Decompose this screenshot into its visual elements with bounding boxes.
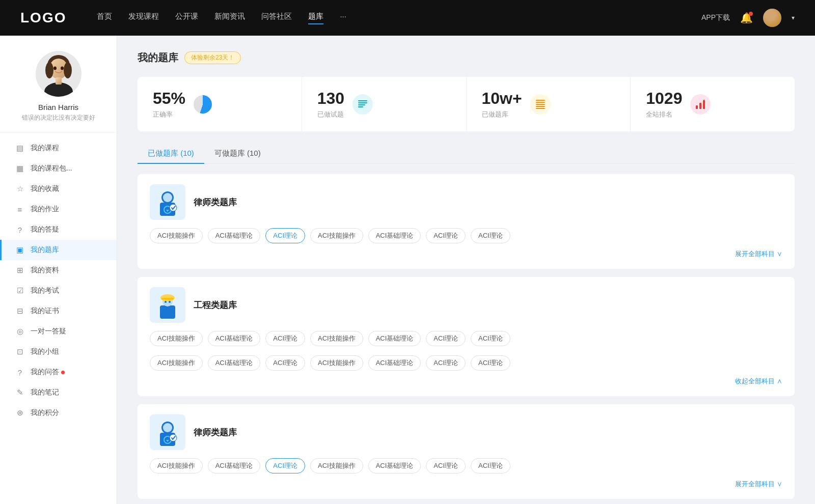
svg-rect-12 bbox=[358, 106, 363, 107]
qbank-cards-container: 律师类题库ACI技能操作ACI基础理论ACI理论ACI技能操作ACI基础理论AC… bbox=[138, 174, 795, 499]
tab-1[interactable]: 可做题库 (10) bbox=[204, 144, 271, 163]
tag-0-1[interactable]: ACI基础理论 bbox=[208, 228, 261, 243]
profile-avatar bbox=[36, 51, 82, 97]
sidebar-item-label-2: 我的收藏 bbox=[31, 184, 59, 193]
tag-0-4[interactable]: ACI基础理论 bbox=[368, 228, 421, 243]
svg-point-37 bbox=[170, 434, 177, 441]
sidebar-item-2[interactable]: ☆我的收藏 bbox=[0, 179, 117, 199]
sidebar-item-label-0: 我的课程 bbox=[31, 144, 59, 153]
trial-badge: 体验剩余23天！ bbox=[184, 51, 241, 64]
nav-link-题库[interactable]: 题库 bbox=[308, 12, 323, 24]
stats-row: 55% 正确率 130 已做试题 10w+ 已做题库 bbox=[138, 77, 795, 131]
tag-0-3[interactable]: ACI技能操作 bbox=[310, 228, 363, 243]
tag-2-0[interactable]: ACI技能操作 bbox=[150, 458, 203, 473]
tag-1-1-1[interactable]: ACI基础理论 bbox=[208, 355, 261, 371]
tag-2-6[interactable]: ACI理论 bbox=[471, 458, 510, 473]
qbank-icon-1 bbox=[150, 287, 185, 323]
nav-link-新闻资讯[interactable]: 新闻资讯 bbox=[214, 12, 245, 24]
tag-1-0-2[interactable]: ACI理论 bbox=[265, 331, 305, 346]
qbank-name-2: 律师类题库 bbox=[194, 427, 237, 438]
expand-link-0[interactable]: 展开全部科目 ∨ bbox=[735, 249, 782, 259]
svg-rect-6 bbox=[56, 77, 62, 85]
sidebar-item-icon-6: ⊞ bbox=[15, 266, 24, 275]
svg-marker-21 bbox=[703, 99, 705, 101]
notification-bell[interactable]: 🔔 bbox=[740, 12, 753, 24]
sidebar-item-11[interactable]: ?我的问答 bbox=[0, 362, 117, 382]
nav-right: APP下载 🔔 ▾ bbox=[701, 9, 795, 27]
sidebar-item-7[interactable]: ☑我的考试 bbox=[0, 281, 117, 301]
tag-0-6[interactable]: ACI理论 bbox=[471, 228, 510, 243]
tag-2-3[interactable]: ACI技能操作 bbox=[310, 458, 363, 473]
tag-1-0-3[interactable]: ACI技能操作 bbox=[310, 331, 363, 346]
tag-0-0[interactable]: ACI技能操作 bbox=[150, 228, 203, 243]
svg-rect-20 bbox=[703, 100, 705, 109]
tag-1-1-2[interactable]: ACI理论 bbox=[265, 355, 305, 371]
qbank-tags-0: ACI技能操作ACI基础理论ACI理论ACI技能操作ACI基础理论ACI理论AC… bbox=[150, 228, 782, 243]
stat-done-questions-label: 已做试题 bbox=[317, 110, 344, 119]
tag-1-1-5[interactable]: ACI理论 bbox=[426, 355, 466, 371]
tag-1-0-5[interactable]: ACI理论 bbox=[426, 331, 466, 346]
qbank-header-2: 律师类题库 bbox=[150, 414, 782, 450]
tab-0[interactable]: 已做题库 (10) bbox=[138, 144, 204, 163]
tag-1-1-0[interactable]: ACI技能操作 bbox=[150, 355, 203, 371]
svg-point-3 bbox=[45, 62, 53, 78]
chevron-down-icon[interactable]: ▾ bbox=[792, 14, 795, 21]
avatar[interactable] bbox=[763, 9, 781, 27]
rank-icon bbox=[690, 94, 711, 115]
qbank-tags-2: ACI技能操作ACI基础理论ACI理论ACI技能操作ACI基础理论ACI理论AC… bbox=[150, 458, 782, 473]
qbank-card-0: 律师类题库ACI技能操作ACI基础理论ACI理论ACI技能操作ACI基础理论AC… bbox=[138, 174, 795, 269]
sidebar-item-label-13: 我的积分 bbox=[31, 408, 59, 417]
sidebar-item-3[interactable]: ≡我的作业 bbox=[0, 199, 117, 219]
tag-1-0-4[interactable]: ACI基础理论 bbox=[368, 331, 421, 346]
nav-link-问答社区[interactable]: 问答社区 bbox=[261, 12, 292, 24]
stat-done-questions-number: 130 bbox=[317, 89, 344, 108]
svg-point-32 bbox=[169, 301, 171, 303]
app-download-button[interactable]: APP下载 bbox=[701, 13, 730, 22]
sidebar-item-13[interactable]: ⊛我的积分 bbox=[0, 403, 117, 423]
qbank-icon-2 bbox=[150, 414, 185, 450]
tag-2-1[interactable]: ACI基础理论 bbox=[208, 458, 261, 473]
sidebar-item-1[interactable]: ▦我的课程包... bbox=[0, 158, 117, 179]
questions-icon bbox=[352, 94, 373, 115]
sidebar-item-icon-13: ⊛ bbox=[15, 408, 24, 417]
tag-0-2[interactable]: ACI理论 bbox=[265, 228, 305, 243]
svg-point-8 bbox=[61, 67, 64, 70]
qbank-tags-1: ACI技能操作ACI基础理论ACI理论ACI技能操作ACI基础理论ACI理论AC… bbox=[150, 331, 782, 371]
sidebar-item-8[interactable]: ⊟我的证书 bbox=[0, 301, 117, 321]
sidebar-item-4[interactable]: ?我的答疑 bbox=[0, 219, 117, 240]
sidebar-item-12[interactable]: ✎我的笔记 bbox=[0, 382, 117, 403]
sidebar-item-0[interactable]: ▤我的课程 bbox=[0, 138, 117, 158]
sidebar-item-5[interactable]: ▣我的题库 bbox=[0, 240, 117, 260]
nav-link-发现课程[interactable]: 发现课程 bbox=[128, 12, 159, 24]
sidebar-item-9[interactable]: ◎一对一答疑 bbox=[0, 321, 117, 342]
nav-link-···[interactable]: ··· bbox=[340, 12, 346, 24]
nav-link-首页[interactable]: 首页 bbox=[97, 12, 112, 24]
collapse-link-1[interactable]: 收起全部科目 ∧ bbox=[735, 377, 782, 386]
tag-1-1-3[interactable]: ACI技能操作 bbox=[310, 355, 363, 371]
sidebar-item-icon-3: ≡ bbox=[15, 205, 24, 214]
tag-1-1-6[interactable]: ACI理论 bbox=[471, 355, 510, 371]
svg-point-35 bbox=[163, 423, 172, 432]
sidebar-item-label-4: 我的答疑 bbox=[31, 225, 59, 234]
stat-rank: 1029 全站排名 bbox=[631, 77, 795, 131]
tag-1-1-4[interactable]: ACI基础理论 bbox=[368, 355, 421, 371]
tag-2-5[interactable]: ACI理论 bbox=[426, 458, 466, 473]
sidebar-item-10[interactable]: ⊡我的小组 bbox=[0, 342, 117, 362]
tag-2-2[interactable]: ACI理论 bbox=[265, 458, 305, 473]
qbank-footer-1: 收起全部科目 ∧ bbox=[150, 377, 782, 386]
tag-0-5[interactable]: ACI理论 bbox=[426, 228, 466, 243]
sidebar-item-6[interactable]: ⊞我的资料 bbox=[0, 260, 117, 281]
tag-1-0-6[interactable]: ACI理论 bbox=[471, 331, 510, 346]
sidebar-item-icon-4: ? bbox=[15, 226, 24, 234]
sidebar-item-label-11: 我的问答 bbox=[31, 368, 59, 377]
svg-rect-17 bbox=[536, 108, 545, 109]
tag-2-4[interactable]: ACI基础理论 bbox=[368, 458, 421, 473]
stat-done-questions: 130 已做试题 bbox=[302, 77, 467, 131]
sidebar-item-label-6: 我的资料 bbox=[31, 266, 59, 275]
tag-1-0-0[interactable]: ACI技能操作 bbox=[150, 331, 203, 346]
expand-link-2[interactable]: 展开全部科目 ∨ bbox=[735, 480, 782, 489]
tag-1-0-1[interactable]: ACI基础理论 bbox=[208, 331, 261, 346]
nav-link-公开课[interactable]: 公开课 bbox=[175, 12, 198, 24]
sidebar-item-label-7: 我的考试 bbox=[31, 286, 59, 295]
logo[interactable]: LOGO bbox=[20, 10, 66, 26]
